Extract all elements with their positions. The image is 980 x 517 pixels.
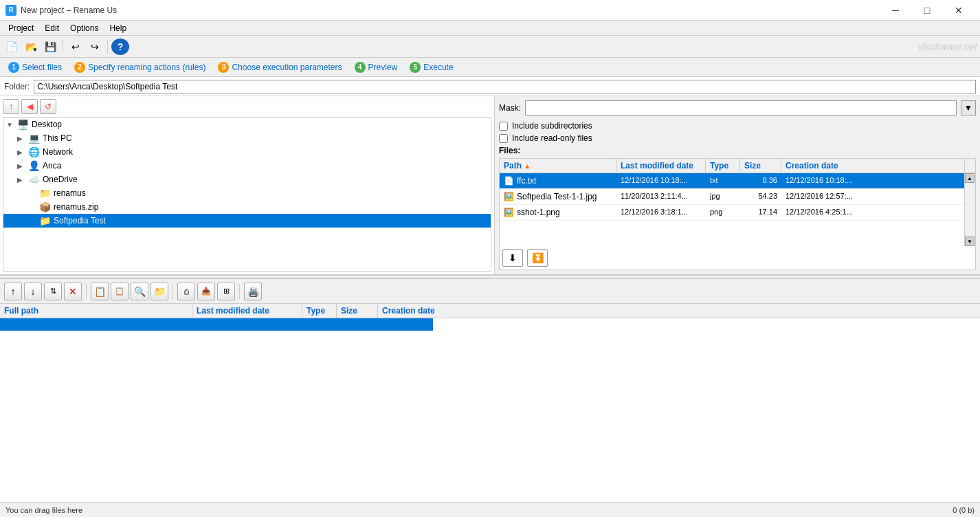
- expand-arrow: [28, 204, 39, 211]
- step-4-button[interactable]: 4 Preview: [349, 60, 403, 75]
- fl-col-type[interactable]: Type: [302, 304, 337, 318]
- undo-button[interactable]: ↩: [67, 38, 85, 55]
- files-table: Path ▲ Last modified date Type Size Crea…: [499, 158, 976, 270]
- subdirectories-checkbox[interactable]: [499, 122, 508, 131]
- tree-item-anca[interactable]: ▶ 👤 Anca: [3, 159, 491, 173]
- fl-col-size[interactable]: Size: [337, 304, 378, 318]
- expand-arrow: [28, 217, 39, 225]
- tree-nav-refresh[interactable]: ↺: [40, 99, 56, 114]
- col-cdate[interactable]: Creation date: [781, 159, 964, 173]
- files-table-body[interactable]: 📄 ffc.txt 12/12/2016 10:18:... txt 0.36 …: [500, 173, 964, 246]
- new-button[interactable]: 📄: [3, 38, 21, 55]
- col-type[interactable]: Type: [706, 159, 740, 173]
- step-3-button[interactable]: 3 Choose execution parameters: [212, 60, 347, 75]
- nav-next-button[interactable]: ⏬: [527, 249, 548, 267]
- file-3-size: 17.14: [740, 206, 781, 219]
- step-3-number: 3: [218, 62, 229, 73]
- minimize-button[interactable]: ─: [880, 0, 911, 21]
- step-4-number: 4: [355, 62, 366, 73]
- tree-item-renamus-zip[interactable]: 📦 renamus.zip: [3, 200, 491, 214]
- mask-input[interactable]: [525, 100, 957, 116]
- mask-dropdown-button[interactable]: ▼: [961, 100, 976, 116]
- import-button[interactable]: 📥: [197, 283, 215, 300]
- step-1-button[interactable]: 1 Select files: [3, 60, 67, 75]
- step-5-button[interactable]: 5 Execute: [404, 60, 458, 75]
- files-scrollbar[interactable]: ▲ ▼: [964, 173, 975, 246]
- menu-options[interactable]: Options: [65, 22, 104, 34]
- menu-bar: Project Edit Options Help: [0, 21, 980, 36]
- menu-project[interactable]: Project: [3, 22, 39, 34]
- renamus-icon: 📁: [39, 188, 51, 199]
- expand-arrow: ▶: [17, 135, 28, 142]
- mask-row: Mask: ▼: [499, 100, 976, 116]
- tree-nav-up[interactable]: ↑: [3, 99, 19, 114]
- tree-item-network[interactable]: ▶ 🌐 Network: [3, 145, 491, 159]
- scroll-up[interactable]: ▲: [965, 173, 975, 183]
- folder-input[interactable]: [34, 80, 976, 94]
- tree-item-softpedia[interactable]: 📁 Softpedia Test: [3, 214, 491, 228]
- toolbar-separator-2: [107, 40, 108, 54]
- network-icon: 🌐: [28, 146, 40, 157]
- scroll-down[interactable]: ▼: [965, 236, 975, 246]
- tree-nav-select[interactable]: ◀: [21, 99, 38, 114]
- nav-buttons: ⬇ ⏬: [500, 246, 975, 270]
- file-3-date: 12/12/2016 3:18:1...: [616, 206, 706, 219]
- add-folder-button[interactable]: 📁: [151, 283, 168, 300]
- move-up-button[interactable]: ↑: [4, 283, 22, 300]
- move-top-button[interactable]: ⇅: [44, 283, 62, 300]
- redo-button[interactable]: ↪: [86, 38, 104, 55]
- close-button[interactable]: ✕: [943, 0, 975, 21]
- app-container: R New project – Rename Us ─ □ ✕ Project …: [0, 0, 980, 517]
- tree-item-onedrive[interactable]: ▶ ☁️ OneDrive: [3, 173, 491, 186]
- fl-col-path[interactable]: Full path: [0, 304, 192, 318]
- search-button[interactable]: 🔍: [131, 283, 148, 300]
- readonly-label: Include read-only files: [512, 133, 592, 143]
- menu-help[interactable]: Help: [104, 22, 132, 34]
- title-bar-left: R New project – Rename Us: [5, 5, 117, 16]
- tree-item-thispc[interactable]: ▶ 💻 This PC: [3, 131, 491, 145]
- save-button[interactable]: 💾: [41, 38, 59, 55]
- tree-label-softpedia: Softpedia Test: [54, 216, 106, 226]
- title-bar-controls: ─ □ ✕: [880, 0, 975, 21]
- file-row-3[interactable]: 🖼️ sshot-1.png 12/12/2016 3:18:1... png …: [500, 205, 964, 221]
- copy-list-button[interactable]: 📋: [91, 283, 109, 300]
- readonly-checkbox[interactable]: [499, 134, 508, 143]
- tree-label-network: Network: [43, 147, 73, 157]
- export-button[interactable]: ⎙: [177, 283, 195, 300]
- open-button[interactable]: 📂▼: [22, 38, 40, 55]
- move-down-button[interactable]: ↓: [24, 283, 42, 300]
- step-5-label: Execute: [423, 63, 453, 72]
- tree-item-renamus[interactable]: 📁 renamus: [3, 186, 491, 200]
- file-list-area: Full path Last modified date Type Size C…: [0, 303, 980, 502]
- tree-label-anca: Anca: [43, 161, 61, 170]
- scrollbar-corner: [964, 159, 975, 173]
- col-path[interactable]: Path ▲: [500, 159, 616, 173]
- tree-label-desktop: Desktop: [32, 120, 62, 129]
- bt-separator-1: [86, 284, 87, 299]
- help-button[interactable]: ?: [111, 38, 129, 55]
- fl-empty-area: [0, 331, 980, 502]
- paste-list-button[interactable]: 📋: [111, 283, 129, 300]
- file-1-path: 📄 ffc.txt: [500, 175, 616, 187]
- menu-edit[interactable]: Edit: [39, 22, 65, 34]
- fl-col-cdate[interactable]: Creation date: [378, 304, 980, 318]
- step-2-button[interactable]: 2 Specify renaming actions (rules): [69, 60, 211, 75]
- col-date[interactable]: Last modified date: [616, 159, 706, 173]
- nav-prev-button[interactable]: ⬇: [502, 249, 523, 267]
- step-2-number: 2: [74, 62, 85, 73]
- bt-separator-2: [172, 284, 173, 299]
- tree-label-thispc: This PC: [43, 133, 72, 143]
- maximize-button[interactable]: □: [911, 0, 943, 21]
- file-row-2[interactable]: 🖼️ Softpedia Test-1-1.jpg 11/20/2013 2:1…: [500, 189, 964, 205]
- file-row-1[interactable]: 📄 ffc.txt 12/12/2016 10:18:... txt 0.36 …: [500, 173, 964, 189]
- tree-item-desktop[interactable]: ▼ 🖥️ Desktop: [3, 118, 491, 131]
- fl-col-date[interactable]: Last modified date: [192, 304, 302, 318]
- remove-button[interactable]: ✕: [64, 283, 82, 300]
- col-size[interactable]: Size: [740, 159, 781, 173]
- tree-content[interactable]: ▼ 🖥️ Desktop ▶ 💻 This PC ▶ 🌐 Network: [3, 117, 491, 272]
- print-button[interactable]: 🖨️: [244, 283, 262, 300]
- fl-selected-row[interactable]: [0, 318, 433, 331]
- tree-panel: ↑ ◀ ↺ ▼ 🖥️ Desktop ▶ 💻 This PC: [0, 96, 495, 274]
- print-sep-button[interactable]: ⊞: [217, 283, 235, 300]
- file-2-size: 54.23: [740, 190, 781, 203]
